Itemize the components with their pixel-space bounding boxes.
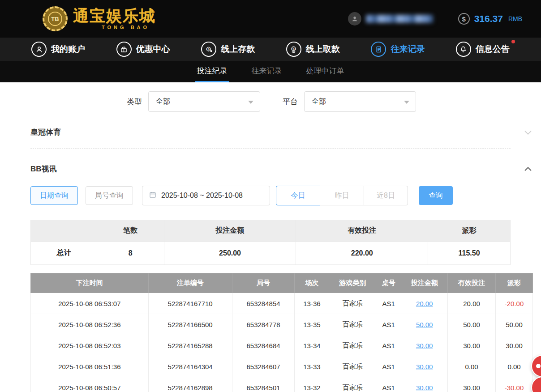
chevron-down-icon: [404, 101, 409, 104]
cell-session: 13-34: [295, 335, 329, 356]
col-order-no: 注单编号: [148, 273, 232, 293]
cell-order-no: 522874165288: [148, 335, 232, 356]
col-round-no: 局号: [232, 273, 295, 293]
summary-header-row: 笔数 投注金额 有效投注 派彩: [31, 220, 511, 242]
nav-label: 信息公告: [476, 43, 510, 55]
summary-table: 笔数 投注金额 有效投注 派彩 总计 8 250.00 220.00 115.5…: [30, 220, 511, 265]
col-session: 场次: [295, 273, 329, 293]
cell-bet-time: 2025-10-08 06:51:36: [31, 356, 149, 377]
bell-icon: [456, 42, 471, 57]
cell-game-type: 百家乐: [329, 314, 376, 335]
table-row: 2025-10-08 06:52:03 522874165288 6532846…: [31, 335, 533, 356]
section-divider: [30, 148, 511, 149]
logo-subtitle: TONG BAO: [102, 25, 156, 30]
chevron-up-icon[interactable]: [523, 164, 533, 174]
balance-display[interactable]: $ 316.37 RMB: [458, 13, 522, 25]
cell-round-no: 653284778: [232, 314, 295, 335]
cell-table-no: AS1: [376, 377, 401, 392]
date-preset-group: 今日 昨日 近8日: [276, 186, 408, 205]
cell-order-no: 522874167710: [148, 293, 232, 314]
logo-text: 通宝娱乐城 TONG BAO: [73, 8, 156, 30]
preset-today[interactable]: 今日: [276, 186, 320, 205]
bet-amount-link[interactable]: 20.00: [416, 300, 433, 307]
bet-amount-link[interactable]: 50.00: [416, 321, 433, 328]
bet-amount-link[interactable]: 30.00: [416, 384, 433, 392]
platform-select[interactable]: 全部: [304, 91, 416, 112]
section-title: 皇冠体育: [30, 127, 61, 137]
cell-order-no: 522874162898: [148, 377, 232, 392]
search-button[interactable]: 查询: [419, 186, 453, 205]
bet-amount-link[interactable]: 30.00: [416, 342, 433, 349]
username-redacted: [366, 15, 433, 23]
nav-item-announcements[interactable]: 信息公告: [456, 42, 510, 57]
col-bet-time: 下注时间: [31, 273, 149, 293]
bet-table-header-row: 下注时间 注单编号 局号 场次 游戏类别 桌号 投注金额 有效投注 派彩: [31, 273, 533, 293]
notification-dot: [511, 40, 515, 43]
nav-label: 往来记录: [391, 43, 425, 55]
nav-label: 线上取款: [306, 43, 340, 55]
summary-header-payout: 派彩: [428, 220, 511, 242]
chevron-down-icon[interactable]: [523, 128, 533, 137]
cell-round-no: 653284854: [232, 293, 295, 314]
nav-item-transaction-records[interactable]: 往来记录: [371, 42, 425, 57]
filter-row: 类型 全部 平台 全部: [127, 91, 541, 112]
preset-last-8-days[interactable]: 近8日: [364, 186, 408, 205]
main-nav: 我的账户 优惠中心 $ 线上存款 $ 线上取款 往来记录 信息公告: [0, 38, 541, 61]
tab-bet-records[interactable]: 投注纪录: [195, 61, 229, 82]
query-bar: 日期查询 局号查询 2025-10-08 ~ 2025-10-08 今日 昨日 …: [30, 186, 511, 205]
section-bb-video: BB视讯: [30, 164, 533, 174]
withdraw-icon: $: [286, 42, 301, 57]
date-query-button[interactable]: 日期查询: [30, 186, 78, 205]
cell-valid-bet: 20.00: [448, 293, 496, 314]
cell-session: 13-33: [295, 356, 329, 377]
cell-session: 13-36: [295, 293, 329, 314]
subtab-bar: 投注纪录 往来记录 处理中订单: [0, 61, 541, 82]
cell-order-no: 522874164304: [148, 356, 232, 377]
cell-valid-bet: 50.00: [448, 314, 496, 335]
summary-total-payout: 115.50: [428, 242, 511, 265]
cell-session: 13-35: [295, 314, 329, 335]
cell-bet-time: 2025-10-08 06:52:03: [31, 335, 149, 356]
nav-item-withdraw[interactable]: $ 线上取款: [286, 42, 340, 57]
bet-amount-link[interactable]: 30.00: [416, 363, 433, 371]
nav-item-deposit[interactable]: $ 线上存款: [201, 42, 255, 57]
chip-badge: TB: [48, 12, 62, 26]
cell-bet-amount: 20.00: [401, 293, 448, 314]
dollar-icon: $: [458, 13, 470, 25]
user-icon: [31, 42, 47, 57]
cell-bet-time: 2025-10-08 06:50:57: [31, 377, 149, 392]
date-range-input[interactable]: 2025-10-08 ~ 2025-10-08: [142, 186, 270, 205]
nav-item-promotions[interactable]: 优惠中心: [116, 42, 170, 57]
cell-payout: 30.00: [496, 335, 533, 356]
user-area[interactable]: [348, 12, 433, 26]
tab-pending-orders[interactable]: 处理中订单: [305, 61, 346, 82]
round-query-button[interactable]: 局号查询: [86, 186, 133, 205]
deposit-icon: $: [201, 42, 216, 57]
avatar-icon: [348, 12, 361, 26]
cell-round-no: 653284607: [232, 356, 295, 377]
cell-round-no: 653284501: [232, 377, 295, 392]
preset-yesterday[interactable]: 昨日: [320, 186, 364, 205]
tab-transaction-records[interactable]: 往来记录: [250, 61, 284, 82]
logo-title: 通宝娱乐城: [73, 8, 156, 23]
cell-game-type: 百家乐: [329, 377, 376, 392]
cell-order-no: 522874166500: [148, 314, 232, 335]
cell-valid-bet: 0.00: [448, 356, 496, 377]
cell-table-no: AS1: [376, 356, 401, 377]
cell-payout: 50.00: [496, 314, 533, 335]
nav-label: 线上存款: [221, 43, 255, 55]
cell-valid-bet: 30.00: [448, 335, 496, 356]
calendar-icon: [149, 191, 157, 200]
summary-total-valid-bet: 220.00: [296, 242, 428, 265]
nav-item-my-account[interactable]: 我的账户: [31, 42, 85, 57]
brand-logo[interactable]: TB 通宝娱乐城 TONG BAO: [43, 6, 156, 31]
col-bet-amount: 投注金额: [401, 273, 448, 293]
type-select[interactable]: 全部: [148, 91, 260, 112]
summary-header-count: 笔数: [97, 220, 164, 242]
chevron-down-icon: [248, 101, 253, 104]
cell-table-no: AS1: [376, 293, 401, 314]
cell-game-type: 百家乐: [329, 293, 376, 314]
top-right-area: $ 316.37 RMB: [348, 12, 522, 26]
summary-total-row: 总计 8 250.00 220.00 115.50: [31, 242, 511, 265]
type-select-value: 全部: [156, 97, 170, 107]
